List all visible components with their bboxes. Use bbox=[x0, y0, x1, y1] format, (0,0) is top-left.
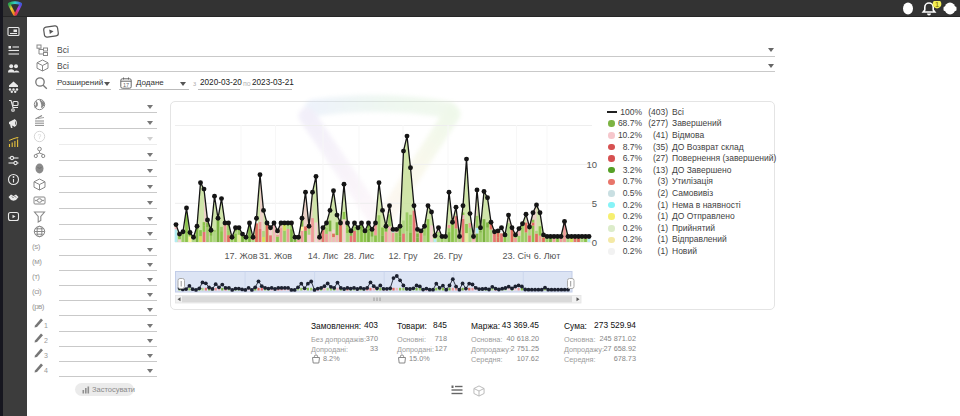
svg-text:23. Січ: 23. Січ bbox=[502, 251, 531, 261]
svg-text:?: ? bbox=[38, 133, 42, 140]
svg-text:31. Жов: 31. Жов bbox=[259, 251, 292, 261]
svg-text:17. Жов: 17. Жов bbox=[224, 251, 257, 261]
svg-text:17: 17 bbox=[123, 81, 129, 87]
svg-text:6. Лют: 6. Лют bbox=[534, 251, 561, 261]
svg-text:1: 1 bbox=[935, 1, 939, 9]
svg-text:5: 5 bbox=[592, 198, 597, 209]
svg-text:10: 10 bbox=[586, 159, 597, 170]
svg-text:26. Гру: 26. Гру bbox=[434, 251, 463, 261]
svg-text:12. Гру: 12. Гру bbox=[389, 251, 418, 261]
svg-text:14. Лис: 14. Лис bbox=[308, 251, 339, 261]
svg-text:28. Лис: 28. Лис bbox=[344, 251, 375, 261]
svg-text:0: 0 bbox=[592, 237, 597, 248]
